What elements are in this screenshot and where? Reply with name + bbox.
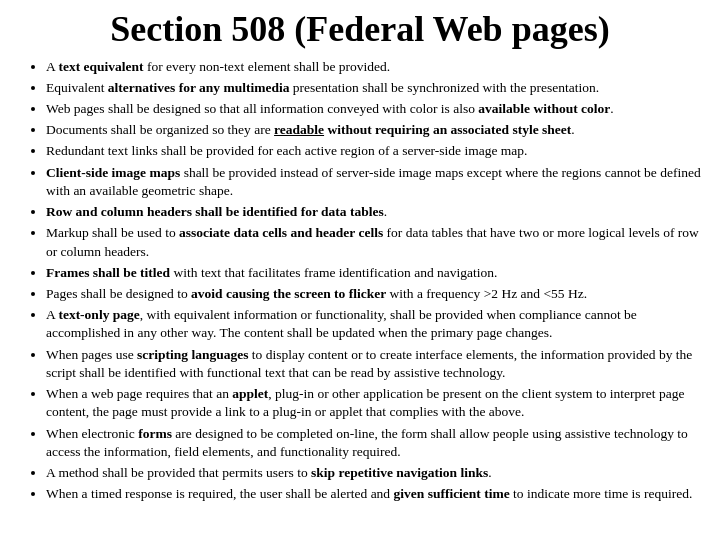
list-item: Web pages shall be designed so that all … [46,100,702,118]
list-item: When pages use scripting languages to di… [46,346,702,382]
list-item: Redundant text links shall be provided f… [46,142,702,160]
page-title: Section 508 (Federal Web pages) [18,10,702,50]
list-item: Frames shall be titled with text that fa… [46,264,702,282]
list-item: Markup shall be used to associate data c… [46,224,702,260]
list-item: Equivalent alternatives for any multimed… [46,79,702,97]
list-item: When a timed response is required, the u… [46,485,702,503]
list-item: Row and column headers shall be identifi… [46,203,702,221]
list-item: When a web page requires that an applet,… [46,385,702,421]
list-item: Client-side image maps shall be provided… [46,164,702,200]
list-item: Pages shall be designed to avoid causing… [46,285,702,303]
list-item: A method shall be provided that permits … [46,464,702,482]
requirements-list: A text equivalent for every non-text ele… [18,58,702,504]
list-item: When electronic forms are designed to be… [46,425,702,461]
list-item: A text-only page, with equivalent inform… [46,306,702,342]
list-item: A text equivalent for every non-text ele… [46,58,702,76]
list-item: Documents shall be organized so they are… [46,121,702,139]
